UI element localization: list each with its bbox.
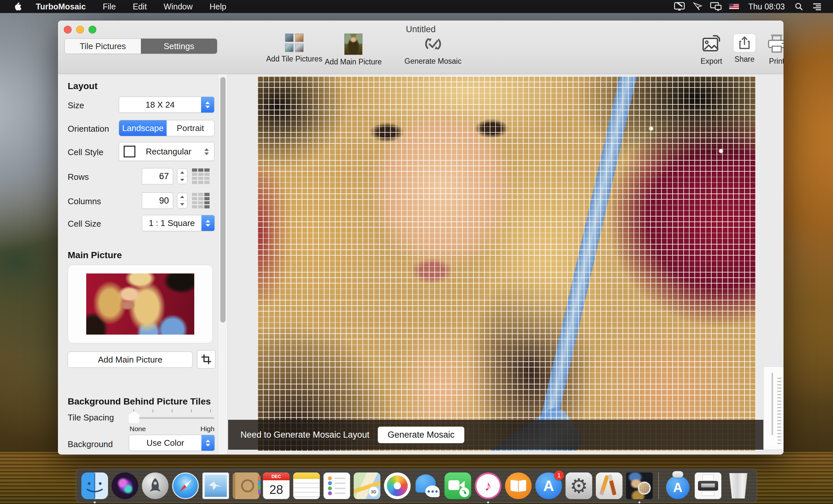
size-label: Size [68,100,84,110]
us-flag-icon[interactable] [727,0,742,13]
dock-turbomosaic[interactable] [626,473,653,499]
tile-spacing-thumb[interactable] [129,411,139,423]
dock-facetime[interactable] [445,473,471,499]
dock-ibooks[interactable] [505,473,532,499]
pointer-icon[interactable] [690,0,705,13]
titlebar-toolbar: Untitled Tile Pictures Settings Add Tile… [58,21,784,74]
dock-messages[interactable] [414,473,441,499]
dock-finder[interactable] [81,473,108,499]
turbomosaic-icon [626,473,653,499]
generate-mosaic-toolbar-button[interactable]: Generate Mosaic [404,33,461,66]
rows-label: Rows [68,172,89,182]
itunes-icon: ♪ [475,473,501,499]
cell-style-popup[interactable]: Rectangular [119,142,214,161]
tab-settings[interactable]: Settings [141,39,217,54]
add-main-picture-button[interactable]: Add Main Picture [325,33,382,66]
mode-tabs: Tile Pictures Settings [65,39,217,54]
rows-stepper[interactable] [177,169,187,184]
dock-safari[interactable] [172,473,199,499]
zoom-slider-track[interactable] [771,373,773,439]
add-tile-pictures-button[interactable]: Add Tile Pictures [266,33,323,64]
add-main-picture-sidebar-button[interactable]: Add Main Picture [68,352,193,368]
columns-grid-icon [192,193,210,208]
menu-file[interactable]: File [96,0,123,13]
dock-mail[interactable] [203,473,229,499]
zoom-slider-thumb[interactable] [766,435,778,446]
sidebar-scrollbar[interactable] [218,74,228,455]
finder-icon [81,473,108,499]
display-mirroring-icon[interactable] [708,0,723,13]
generate-mosaic-button[interactable]: Generate Mosaic [378,427,464,443]
messages-icon [414,473,441,499]
dock-calendar[interactable]: DEC 28 [263,473,290,499]
dock-printer[interactable] [695,473,721,499]
sidebar-scrollbar-thumb[interactable] [220,77,225,323]
cell-size-chevrons-icon [201,215,214,231]
background-section-title: Background Behind Picture Tiles [68,396,211,407]
mosaic-preview[interactable] [257,76,756,451]
zoom-button[interactable] [89,26,96,33]
dock-system-preferences[interactable]: ⚙ [566,473,592,499]
dock-notes[interactable] [293,473,320,499]
size-popup[interactable]: 18 X 24 [119,97,214,113]
spotlight-icon[interactable] [791,0,806,13]
add-tile-pictures-label: Add Tile Pictures [266,55,323,64]
minimize-button[interactable] [76,26,84,33]
dock-trash[interactable] [725,473,752,499]
apple-menu[interactable] [11,0,26,13]
dock-itunes[interactable]: ♪ [475,473,501,499]
app-window: Untitled Tile Pictures Settings Add Tile… [58,21,784,455]
tile-spacing-slider[interactable] [129,407,214,426]
dock-launchpad[interactable] [142,473,169,499]
export-button[interactable]: Export [700,33,722,66]
main-picture-well[interactable] [68,265,213,343]
menu-window[interactable]: Window [157,0,200,13]
add-main-picture-label: Add Main Picture [325,57,382,66]
settings-sidebar: Layout Size 18 X 24 Orientation Landscap… [58,74,218,455]
orientation-landscape[interactable]: Landscape [119,120,167,136]
background-chevrons-icon [201,435,214,451]
app-download-icon: A [664,473,691,499]
print-button[interactable]: Print [767,33,784,66]
generate-status-bar: Need to Generate Mosaic Layout Generate … [228,420,763,450]
dock-graphics-editor[interactable] [596,473,622,499]
menu-edit[interactable]: Edit [126,0,154,13]
orientation-portrait[interactable]: Portrait [167,120,214,136]
mona-lisa-icon [344,33,362,55]
orientation-segmented-control: Landscape Portrait [119,120,214,136]
system-preferences-gear-icon: ⚙ [566,473,592,499]
zoom-slider-panel [763,367,784,450]
background-popup[interactable]: Use Color [129,435,215,451]
cell-size-label: Cell Size [68,219,101,229]
menubar-clock[interactable]: Thu 08:03 [745,2,788,11]
share-button[interactable]: Share [733,33,756,64]
rows-input[interactable] [142,168,173,184]
menubar-app-name[interactable]: TurboMosaic [29,0,93,13]
print-icon [767,33,784,54]
menu-help[interactable]: Help [203,0,233,13]
mail-icon [203,473,229,499]
close-button[interactable] [64,26,72,33]
launchpad-icon [142,473,169,499]
share-icon [733,33,756,52]
cell-size-popup[interactable]: 1 : 1 Square [142,215,215,231]
dock-siri[interactable] [112,473,138,499]
columns-label: Columns [68,196,101,206]
dock-photos[interactable] [384,473,411,499]
columns-stepper[interactable] [177,193,187,208]
dock-reminders[interactable] [324,473,350,499]
dock-app-store[interactable]: A 1 [535,473,562,499]
cell-style-chevrons-icon [202,148,212,155]
columns-input[interactable] [142,193,173,209]
display-icon[interactable] [672,0,687,13]
tile-spacing-track[interactable] [129,417,214,419]
cell-size-value: 1 : 1 Square [142,218,201,228]
dock-maps[interactable]: 3D [354,473,380,499]
background-label: Background [68,439,113,449]
tab-tile-pictures[interactable]: Tile Pictures [65,39,141,54]
dock-contacts[interactable] [233,473,259,499]
safari-icon [172,473,199,499]
notification-center-icon[interactable] [810,0,825,13]
crop-button[interactable] [197,350,215,369]
dock-app-download[interactable]: A [664,473,691,499]
